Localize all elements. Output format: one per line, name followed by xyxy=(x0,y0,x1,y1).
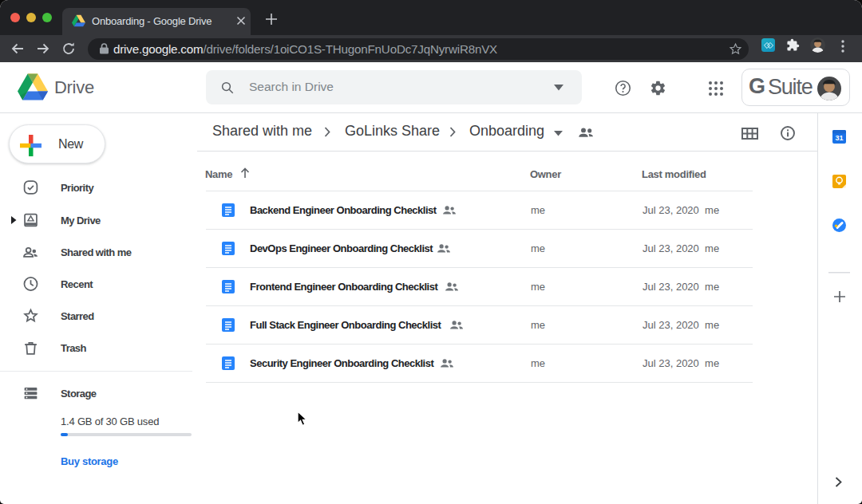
svg-text:31: 31 xyxy=(835,134,843,142)
